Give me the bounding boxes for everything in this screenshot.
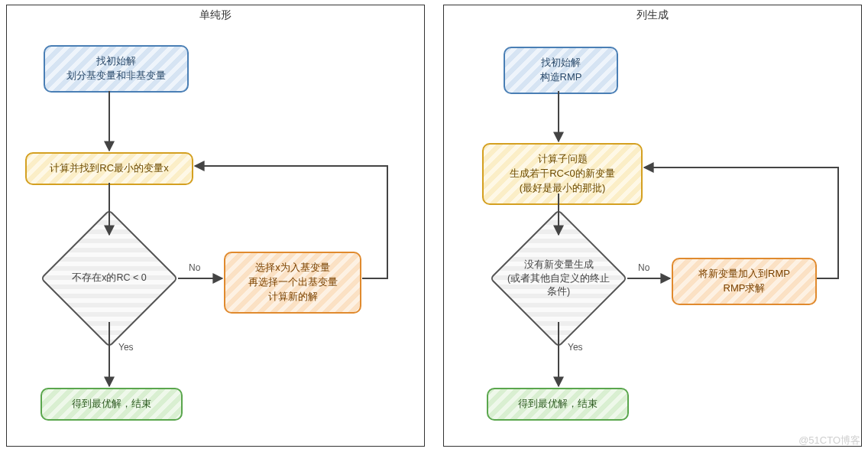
label-no-right: No — [638, 262, 649, 273]
node-calc-right: 计算子问题生成若干RC<0的新变量(最好是最小的那批) — [482, 143, 643, 205]
node-start-right-text: 找初始解构造RMP — [540, 57, 582, 83]
node-action-left: 选择x为入基变量再选择一个出基变量计算新的解 — [224, 252, 361, 314]
node-calc-left: 计算并找到RC最小的变量x — [25, 152, 193, 185]
node-start-left-text: 找初始解划分基变量和非基变量 — [66, 55, 166, 81]
decision-right: 没有新变量生成(或者其他自定义的终止条件) — [490, 236, 627, 320]
node-end-left-text: 得到最优解，结束 — [72, 398, 151, 409]
panel-title-right: 列生成 — [444, 8, 861, 22]
node-end-right: 得到最优解，结束 — [487, 388, 629, 421]
decision-text-right: 没有新变量生成(或者其他自定义的终止条件) — [490, 259, 627, 299]
decision-text-left: 不存在x的RC < 0 — [40, 272, 178, 285]
panel-colgen: 列生成 找初始解构造RMP 计算子问题生成若干RC<0的新变量(最好是最小的那批… — [443, 5, 862, 447]
node-end-left: 得到最优解，结束 — [40, 388, 183, 421]
watermark: @51CTO博客 — [798, 434, 860, 447]
node-action-right: 将新变量加入到RMPRMP求解 — [672, 258, 817, 305]
decision-left: 不存在x的RC < 0 — [40, 236, 178, 320]
node-start-right: 找初始解构造RMP — [504, 47, 618, 94]
node-action-left-text: 选择x为入基变量再选择一个出基变量计算新的解 — [248, 262, 338, 302]
node-end-right-text: 得到最优解，结束 — [518, 398, 598, 409]
node-start-left: 找初始解划分基变量和非基变量 — [44, 45, 189, 93]
node-calc-left-text: 计算并找到RC最小的变量x — [50, 162, 168, 174]
node-calc-right-text: 计算子问题生成若干RC<0的新变量(最好是最小的那批) — [510, 153, 615, 193]
panel-simplex: 单纯形 找初始解划分基变量和非基变量 计算并找到RC最小的变量x 不存在x的RC… — [6, 5, 425, 447]
panel-title-left: 单纯形 — [7, 8, 424, 22]
label-no-left: No — [189, 262, 200, 273]
label-yes-right: Yes — [568, 342, 583, 353]
label-yes-left: Yes — [118, 342, 134, 353]
node-action-right-text: 将新变量加入到RMPRMP求解 — [698, 268, 790, 294]
